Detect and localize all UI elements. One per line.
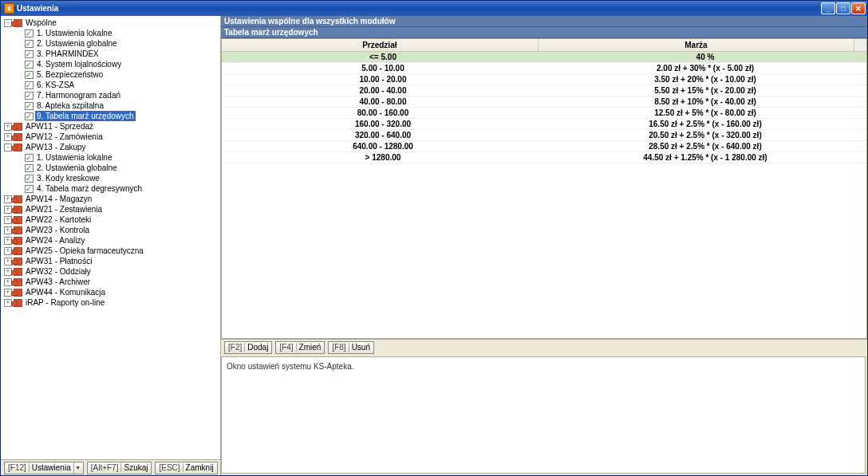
tree-item[interactable]: +iRAP - Raporty on-line (2, 297, 219, 308)
module-icon (14, 268, 22, 276)
titlebar[interactable]: $ Ustawienia _ □ ✕ (1, 1, 867, 16)
tree-item-label: APW13 - Zakupy (24, 142, 88, 152)
table-row[interactable]: 640.00 - 1280.0028.50 zł + 2.5% * (x - 6… (222, 141, 866, 152)
table-row[interactable]: 10.00 - 20.003.50 zł + 20% * (x - 10.00 … (222, 74, 866, 85)
option-icon (25, 71, 34, 79)
tree-item-label: 9. Tabela marż urzędowych (35, 111, 136, 121)
tree-item[interactable]: 3. PHARMINDEX (2, 49, 219, 59)
close-button[interactable]: ✕ (851, 2, 866, 14)
module-icon (14, 133, 22, 141)
maximize-button[interactable]: □ (836, 2, 850, 14)
margin-table: Przedział Marża <= 5.0040 %5.00 - 10.002… (221, 38, 867, 339)
tree-item[interactable]: 9. Tabela marż urzędowych (2, 111, 219, 121)
cell-margin: 16.50 zł + 2.5% * (x - 160.00 zł) (544, 119, 866, 129)
f12-settings-button[interactable]: [F12] Ustawienia ▼ (4, 462, 84, 474)
tree-item[interactable]: +APW14 - Magazyn (2, 194, 219, 204)
table-row[interactable]: 320.00 - 640.0020.50 zł + 2.5% * (x - 32… (222, 130, 866, 141)
settings-tree[interactable]: -Wspólne1. Ustawienia lokalne2. Ustawien… (1, 16, 220, 459)
table-row[interactable]: 5.00 - 10.002.00 zł + 30% * (x - 5.00 zł… (222, 63, 866, 74)
module-icon (14, 144, 22, 151)
tree-item[interactable]: 1. Ustawienia lokalne (2, 28, 219, 38)
table-row[interactable]: 20.00 - 40.005.50 zł + 15% * (x - 20.00 … (222, 85, 866, 96)
option-icon (25, 92, 34, 100)
table-body[interactable]: <= 5.0040 %5.00 - 10.002.00 zł + 30% * (… (222, 52, 866, 338)
table-action-bar: [F2] Dodaj [F4] Zmień [F8] Usuń (221, 339, 867, 355)
tree-item-label: APW24 - Analizy (24, 235, 86, 246)
cell-margin: 3.50 zł + 20% * (x - 10.00 zł) (544, 74, 866, 85)
f8-delete-button[interactable]: [F8] Usuń (328, 341, 374, 354)
cell-margin: 12.50 zł + 5% * (x - 80.00 zł) (544, 108, 866, 118)
tree-item[interactable]: +APW31 - Płatności (2, 256, 219, 266)
module-icon (14, 206, 22, 214)
tree-item[interactable]: -APW13 - Zakupy (2, 142, 219, 152)
option-icon (25, 164, 34, 172)
table-row[interactable]: > 1280.0044.50 zł + 1.25% * (x - 1 280.0… (222, 152, 866, 163)
cell-range: 320.00 - 640.00 (222, 130, 544, 140)
tree-item[interactable]: +APW24 - Analizy (2, 235, 219, 246)
tree-item[interactable]: 5. Bezpieczeństwo (2, 69, 219, 80)
tree-item[interactable]: +APW44 - Komunikacja (2, 287, 219, 297)
altf7-search-button[interactable]: [Alt+F7] Szukaj (87, 462, 152, 474)
dropdown-icon[interactable]: ▼ (73, 462, 80, 474)
tree-item-label: 4. System lojalnościowy (35, 59, 123, 69)
tree-item[interactable]: +APW11 - Sprzedaż (2, 121, 219, 132)
option-icon (25, 112, 34, 120)
tree-item[interactable]: 2. Ustawienia globalne (2, 163, 219, 173)
tree-item[interactable]: 1. Ustawienia lokalne (2, 152, 219, 163)
esc-close-button[interactable]: [ESC] Zamknij (155, 462, 217, 474)
option-icon (25, 175, 34, 183)
minimize-button[interactable]: _ (821, 2, 835, 14)
tree-item[interactable]: +APW32 - Oddziały (2, 266, 219, 277)
tree-item[interactable]: 4. Tabela marż degresywnych (2, 183, 219, 194)
tree-item[interactable]: +APW22 - Kartoteki (2, 214, 219, 225)
option-icon (25, 61, 34, 69)
cell-range: 640.00 - 1280.00 (222, 141, 544, 151)
table-row[interactable]: 80.00 - 160.0012.50 zł + 5% * (x - 80.00… (222, 108, 866, 119)
table-row[interactable]: 160.00 - 320.0016.50 zł + 2.5% * (x - 16… (222, 119, 866, 130)
panel-title-2: Tabela marż urzędowych (221, 27, 867, 38)
table-row[interactable]: <= 5.0040 % (222, 52, 866, 63)
tree-item-label: APW14 - Magazyn (24, 194, 93, 204)
module-icon (14, 195, 22, 203)
module-icon (14, 237, 22, 245)
tree-item-label: 7. Harmonogram zadań (35, 90, 122, 100)
tree-item-label: APW44 - Komunikacja (24, 287, 107, 297)
tree-item[interactable]: 6. KS-ZSA (2, 80, 219, 90)
tree-item-label: APW21 - Zestawienia (24, 204, 104, 214)
tree-item-label: 3. Kody kreskowe (35, 173, 101, 183)
tree-item[interactable]: 7. Harmonogram zadań (2, 90, 219, 100)
tree-item[interactable]: +APW23 - Kontrola (2, 225, 219, 235)
tree-item-label: APW11 - Sprzedaż (24, 121, 95, 132)
module-icon (14, 216, 22, 224)
window-title: Ustawienia (17, 4, 820, 13)
tree-item[interactable]: 3. Kody kreskowe (2, 173, 219, 183)
tree-item[interactable]: 8. Apteka szpitalna (2, 100, 219, 111)
tree-item[interactable]: +APW43 - Archiwer (2, 277, 219, 287)
cell-margin: 40 % (544, 52, 866, 62)
tree-item-label: 2. Ustawienia globalne (35, 163, 119, 173)
column-range[interactable]: Przedział (222, 39, 539, 51)
app-icon: $ (4, 3, 14, 14)
tree-item[interactable]: 4. System lojalnościowy (2, 59, 219, 69)
option-icon (25, 102, 34, 110)
description-box: Okno ustawień systemu KS-Apteka. (221, 356, 866, 474)
tree-item-label: APW32 - Oddziały (24, 266, 93, 277)
column-margin[interactable]: Marża (539, 39, 855, 51)
tree-item[interactable]: +APW12 - Zamówienia (2, 132, 219, 142)
tree-item-label: APW23 - Kontrola (24, 225, 91, 235)
tree-item[interactable]: +APW25 - Opieka farmaceutyczna (2, 246, 219, 256)
table-row[interactable]: 40.00 - 80.008.50 zł + 10% * (x - 40.00 … (222, 96, 866, 108)
cell-margin: 2.00 zł + 30% * (x - 5.00 zł) (544, 63, 866, 73)
f4-edit-button[interactable]: [F4] Zmień (275, 341, 325, 354)
tree-item[interactable]: 2. Ustawienia globalne (2, 38, 219, 49)
tree-item-label: 4. Tabela marż degresywnych (35, 183, 144, 194)
tree-item[interactable]: -Wspólne (2, 18, 219, 28)
tree-item-label: 1. Ustawienia lokalne (35, 28, 114, 38)
table-header: Przedział Marża (222, 39, 866, 52)
tree-item[interactable]: +APW21 - Zestawienia (2, 204, 219, 214)
cell-margin: 20.50 zł + 2.5% * (x - 320.00 zł) (544, 130, 866, 140)
f2-add-button[interactable]: [F2] Dodaj (224, 341, 272, 354)
option-icon (25, 185, 34, 193)
tree-item-label: APW31 - Płatności (24, 256, 93, 266)
tree-panel: -Wspólne1. Ustawienia lokalne2. Ustawien… (1, 16, 221, 475)
